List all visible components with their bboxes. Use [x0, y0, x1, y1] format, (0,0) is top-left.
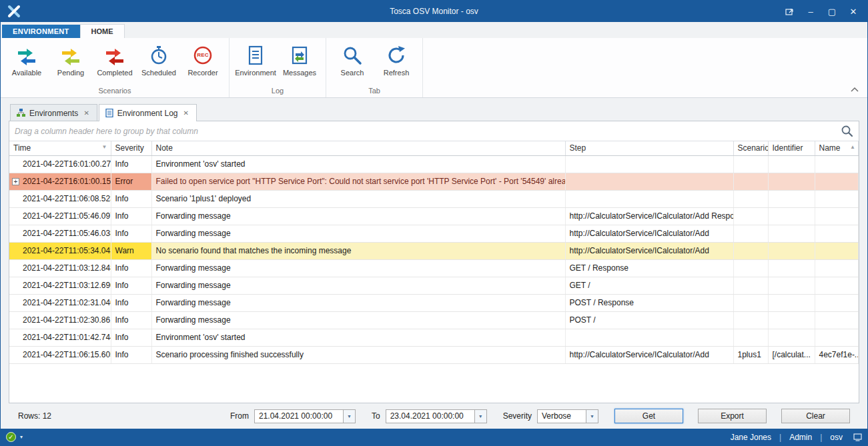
- severity-dropdown-icon[interactable]: ▼: [586, 410, 598, 423]
- to-date-dropdown-icon[interactable]: ▼: [474, 410, 486, 423]
- tab-environments[interactable]: Environments ✕: [10, 104, 97, 121]
- tab-environments-close-icon[interactable]: ✕: [82, 109, 90, 117]
- clear-button[interactable]: Clear: [781, 409, 850, 423]
- environment-log-button[interactable]: Environment: [236, 41, 275, 79]
- cell-time: 2021-04-22T11:05:46.038: [9, 225, 111, 242]
- cell-step: POST / Response: [565, 294, 733, 311]
- pending-arrows-icon: [60, 44, 81, 67]
- cell-scenario: 1plus1: [733, 346, 768, 363]
- severity-select[interactable]: Verbose ▼: [537, 409, 598, 423]
- collapse-ribbon-button[interactable]: [849, 84, 861, 95]
- column-header-identifier[interactable]: Identifier: [768, 141, 815, 155]
- completed-label: Completed: [97, 69, 132, 77]
- scheduled-button[interactable]: Scheduled: [139, 41, 178, 79]
- cell-scenario: [733, 173, 768, 190]
- tab-environment-log-close-icon[interactable]: ✕: [182, 109, 190, 117]
- tab-environment[interactable]: ENVIRONMENT: [2, 25, 80, 38]
- cell-time: 2021-04-22T11:06:08.523: [9, 190, 111, 207]
- cell-time: 2021-04-22T11:02:31.040: [9, 294, 111, 311]
- grid-search-icon[interactable]: [841, 125, 853, 137]
- refresh-button[interactable]: Refresh: [377, 41, 416, 79]
- messages-label: Messages: [283, 69, 316, 77]
- table-row[interactable]: 2021-04-22T11:03:12.690InfoForwarding me…: [9, 277, 859, 294]
- available-arrows-icon: [16, 44, 37, 67]
- from-date-dropdown-icon[interactable]: ▼: [343, 410, 355, 423]
- ribbon: Available Pending: [1, 38, 867, 98]
- search-icon: [342, 44, 363, 67]
- table-row[interactable]: 2021-04-22T11:05:46.038InfoForwarding me…: [9, 225, 859, 242]
- cell-severity: Info: [111, 225, 151, 242]
- cell-note: Scenario '1plus1' deployed: [151, 190, 565, 207]
- table-row[interactable]: 2021-04-22T11:06:15.605InfoScenario proc…: [9, 346, 859, 363]
- severity-value[interactable]: Verbose: [538, 410, 586, 423]
- cell-scenario: [733, 155, 768, 173]
- status-caret-icon[interactable]: ▾: [20, 434, 23, 440]
- completed-button[interactable]: Completed: [95, 41, 134, 79]
- cell-severity: Info: [111, 311, 151, 329]
- group-label-tab: Tab: [333, 86, 416, 97]
- close-button[interactable]: ✕: [843, 3, 863, 19]
- from-date-editor[interactable]: 21.04.2021 00:00:00 ▼: [254, 409, 356, 423]
- table-row[interactable]: 2021-04-22T11:02:30.861InfoForwarding me…: [9, 311, 859, 329]
- get-button[interactable]: Get: [614, 409, 683, 423]
- cell-severity: Warn: [111, 242, 151, 259]
- cell-identifier: [768, 190, 815, 207]
- cell-identifier: [768, 259, 815, 277]
- cell-note: Forwarding message: [151, 277, 565, 294]
- table-row[interactable]: 2021-04-22T11:06:08.523InfoScenario '1pl…: [9, 190, 859, 207]
- table-row[interactable]: 2021-04-22T11:05:46.097InfoForwarding me…: [9, 207, 859, 225]
- cell-time: 2021-04-22T11:01:42.744: [9, 329, 111, 346]
- to-date-value[interactable]: 23.04.2021 00:00:00: [386, 410, 474, 423]
- table-row[interactable]: +2021-04-22T16:01:00.157ErrorFailed to o…: [9, 173, 859, 190]
- sort-descending-icon: ▼: [102, 144, 107, 150]
- available-label: Available: [12, 69, 41, 77]
- maximize-button[interactable]: ▢: [822, 3, 842, 19]
- recorder-button[interactable]: REC Recorder: [183, 41, 222, 79]
- cell-name: [815, 259, 859, 277]
- cell-name: [815, 294, 859, 311]
- environment-log-label: Environment: [235, 69, 276, 77]
- panel-toggle-icon[interactable]: [853, 433, 862, 441]
- column-header-time[interactable]: Time▼: [9, 141, 111, 155]
- minimize-button[interactable]: –: [801, 3, 821, 19]
- cell-identifier: [768, 155, 815, 173]
- table-row[interactable]: 2021-04-22T11:01:42.744InfoEnvironment '…: [9, 329, 859, 346]
- table-row[interactable]: 2021-04-22T11:02:31.040InfoForwarding me…: [9, 294, 859, 311]
- tab-home[interactable]: HOME: [80, 24, 125, 38]
- tab-environment-log[interactable]: Environment Log ✕: [99, 104, 197, 121]
- cell-name: [815, 173, 859, 190]
- messages-button[interactable]: Messages: [280, 41, 319, 79]
- table-row[interactable]: 2021-04-22T11:05:34.043WarnNo scenario f…: [9, 242, 859, 259]
- tab-environments-label: Environments: [29, 109, 78, 118]
- cell-name: [815, 329, 859, 346]
- popout-icon[interactable]: [779, 3, 799, 19]
- status-ok-icon[interactable]: ✓: [6, 432, 16, 442]
- table-row[interactable]: 2021-04-22T16:01:00.279InfoEnvironment '…: [9, 155, 859, 173]
- column-header-note[interactable]: Note: [151, 141, 565, 155]
- to-date-editor[interactable]: 23.04.2021 00:00:00 ▼: [386, 409, 487, 423]
- column-header-step[interactable]: Step: [565, 141, 733, 155]
- org-chart-icon: [17, 109, 25, 117]
- cell-time: 2021-04-22T11:02:30.861: [9, 311, 111, 329]
- expand-row-button[interactable]: +: [12, 178, 19, 185]
- cell-scenario: [733, 311, 768, 329]
- column-header-scenario[interactable]: Scenario: [733, 141, 768, 155]
- from-date-value[interactable]: 21.04.2021 00:00:00: [255, 410, 343, 423]
- table-row[interactable]: 2021-04-22T11:03:12.848InfoForwarding me…: [9, 259, 859, 277]
- column-header-severity[interactable]: Severity: [111, 141, 151, 155]
- cell-note: Forwarding message: [151, 259, 565, 277]
- pending-button[interactable]: Pending: [51, 41, 90, 79]
- cell-time: 2021-04-22T16:01:00.279: [9, 155, 111, 173]
- cell-step: http://CalculatorService/ICalculator/Add: [565, 346, 733, 363]
- group-by-panel[interactable]: Drag a column header here to group by th…: [9, 121, 859, 141]
- log-table-header-row: Time▼SeverityNoteStepScenarioIdentifierN…: [9, 141, 859, 155]
- cell-note: Environment 'osv' started: [151, 329, 565, 346]
- cell-note: Forwarding message: [151, 294, 565, 311]
- document-sync-icon: [289, 44, 310, 67]
- column-header-name[interactable]: Name▲: [815, 141, 859, 155]
- search-button[interactable]: Search: [333, 41, 372, 79]
- export-button[interactable]: Export: [698, 409, 767, 423]
- cell-time: 2021-04-22T11:03:12.690: [9, 277, 111, 294]
- available-button[interactable]: Available: [7, 41, 46, 79]
- cell-severity: Info: [111, 294, 151, 311]
